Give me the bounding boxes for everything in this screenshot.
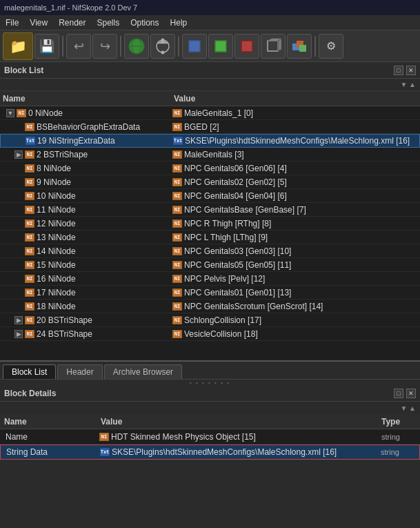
row-value: NI NPC Genitals02 [Gen02] [5] bbox=[171, 177, 420, 187]
cube-outline-button[interactable] bbox=[261, 34, 286, 59]
row-label: 13 NiNode bbox=[37, 233, 76, 242]
table-row[interactable]: NI 16 NiNode NI NPC Pelvis [Pelv] [12] bbox=[0, 272, 420, 286]
row-value-text: NPC L Thigh [LThg] [9] bbox=[184, 233, 268, 242]
table-row[interactable]: ▶ NI 20 BSTriShape NI SchlongCollision [… bbox=[0, 313, 420, 327]
svg-rect-7 bbox=[189, 41, 200, 52]
menu-file[interactable]: File bbox=[0, 17, 24, 29]
save-button[interactable]: 💾 bbox=[34, 34, 59, 59]
block-list-close-button[interactable]: ✕ bbox=[406, 66, 416, 75]
row-value-text: NPC GenitalsScrotum [GenScrot] [14] bbox=[184, 302, 323, 311]
menu-help[interactable]: Help bbox=[165, 17, 193, 29]
cube-green-button[interactable] bbox=[208, 34, 233, 59]
detail-row[interactable]: String Data Txt SKSE\Plugins\hdtSkinnedM… bbox=[0, 444, 420, 460]
value-type-icon: NI bbox=[172, 233, 182, 242]
expand-button[interactable]: ▼ bbox=[6, 109, 14, 117]
value-type-icon: NI bbox=[172, 289, 182, 297]
cube-blue-button[interactable] bbox=[182, 34, 207, 59]
sphere-button[interactable] bbox=[124, 34, 149, 59]
cube-multi-button[interactable] bbox=[287, 34, 312, 59]
type-icon: NI bbox=[25, 150, 34, 159]
block-table-header: Name Value bbox=[0, 91, 420, 106]
menu-options[interactable]: Options bbox=[125, 17, 164, 29]
tab-block-list[interactable]: Block List bbox=[3, 364, 56, 379]
table-row[interactable]: NI 17 NiNode NI NPC Genitals01 [Gen01] [… bbox=[0, 286, 420, 300]
title-bar: malegenitals_1.nif - NifSkope 2.0 Dev 7 bbox=[0, 0, 420, 15]
expand-button[interactable]: ▶ bbox=[14, 316, 23, 324]
menu-bar: File View Render Spells Options Help bbox=[0, 15, 420, 30]
row-value-text: SKSE\Plugins\hdtSkinnedMeshConfigs\MaleS… bbox=[185, 136, 410, 146]
svg-marker-12 bbox=[278, 39, 281, 51]
drag-dots-icon: • • • • • • • bbox=[190, 380, 230, 386]
row-value: NI MaleGenitals [3] bbox=[171, 150, 420, 159]
col-name-header: Name bbox=[0, 94, 171, 104]
expand-button[interactable]: ▶ bbox=[14, 330, 23, 338]
detail-table-header: Name Value Type bbox=[0, 414, 420, 429]
detail-row-name: String Data bbox=[1, 447, 97, 457]
table-row[interactable]: NI 9 NiNode NI NPC Genitals02 [Gen02] [5… bbox=[0, 175, 420, 189]
block-table[interactable]: Name Value ▼ NI 0 NiNode NI MaleGenitals… bbox=[0, 91, 420, 360]
row-name: NI 17 NiNode bbox=[0, 288, 171, 297]
row-value-text: NPC Genitals02 [Gen02] [5] bbox=[184, 177, 287, 187]
detail-value-text: SKSE\Plugins\hdtSkinnedMeshConfigs\MaleS… bbox=[112, 447, 337, 457]
block-details-restore-button[interactable]: □ bbox=[394, 389, 403, 398]
row-value: Txt SKSE\Plugins\hdtSkinnedMeshConfigs\M… bbox=[172, 136, 419, 146]
row-label: 19 NiStringExtraData bbox=[37, 136, 115, 146]
row-name: NI 9 NiNode bbox=[0, 177, 171, 187]
table-row[interactable]: ▶ NI 2 BSTriShape NI MaleGenitals [3] bbox=[0, 148, 420, 162]
table-row[interactable]: NI 10 NiNode NI NPC Genitals04 [Gen04] [… bbox=[0, 189, 420, 203]
table-row[interactable]: NI 13 NiNode NI NPC L Thigh [LThg] [9] bbox=[0, 231, 420, 244]
table-row[interactable]: ▶ NI 24 BSTriShape NI VesicleCollision [… bbox=[0, 327, 420, 341]
table-row[interactable]: Txt 19 NiStringExtraData Txt SKSE\Plugin… bbox=[0, 134, 420, 148]
collapse-arrow[interactable]: ▼ ▲ bbox=[400, 81, 416, 88]
row-value-text: MaleGenitals_1 [0] bbox=[184, 108, 253, 118]
block-list-collapse-bar: ▼ ▲ bbox=[0, 79, 420, 91]
tab-header[interactable]: Header bbox=[57, 364, 102, 379]
table-row[interactable]: NI 14 NiNode NI NPC Genitals03 [Gen03] [… bbox=[0, 244, 420, 258]
redo-button[interactable]: ↪ bbox=[92, 34, 117, 59]
row-name: ▶ NI 24 BSTriShape bbox=[0, 329, 171, 339]
value-type-icon: NI bbox=[172, 275, 182, 283]
row-name: NI 13 NiNode bbox=[0, 233, 171, 242]
svg-rect-10 bbox=[268, 41, 278, 51]
table-row[interactable]: NI BSBehaviorGraphExtraData NI BGED [2] bbox=[0, 120, 420, 134]
row-value: NI NPC Genitals04 [Gen04] [6] bbox=[171, 191, 420, 201]
dcol-type-header: Type bbox=[379, 417, 420, 427]
value-type-icon: NI bbox=[172, 109, 182, 117]
row-name: ▶ NI 20 BSTriShape bbox=[0, 315, 171, 325]
open-folder-button[interactable]: 📁 bbox=[3, 32, 33, 60]
row-value: NI BGED [2] bbox=[171, 122, 420, 132]
table-row[interactable]: NI 15 NiNode NI NPC Genitals05 [Gen05] [… bbox=[0, 258, 420, 272]
detail-value-type-icon: NI bbox=[99, 433, 109, 441]
table-row[interactable]: NI 12 NiNode NI NPC R Thigh [RThg] [8] bbox=[0, 217, 420, 231]
table-row[interactable]: NI 8 NiNode NI NPC Genitals06 [Gen06] [4… bbox=[0, 162, 420, 175]
row-value: NI NPC GenitalsBase [GenBase] [7] bbox=[171, 205, 420, 215]
row-label: 0 NiNode bbox=[28, 108, 63, 118]
row-label: BSBehaviorGraphExtraData bbox=[37, 122, 140, 132]
undo-button[interactable]: ↩ bbox=[66, 34, 91, 59]
type-icon: Txt bbox=[26, 137, 35, 145]
table-row[interactable]: NI 18 NiNode NI NPC GenitalsScrotum [Gen… bbox=[0, 300, 420, 313]
drag-handle[interactable]: • • • • • • • bbox=[0, 380, 420, 385]
table-row[interactable]: ▼ NI 0 NiNode NI MaleGenitals_1 [0] bbox=[0, 106, 420, 120]
block-list-restore-button[interactable]: □ bbox=[394, 66, 403, 75]
detail-row[interactable]: Name NI HDT Skinned Mesh Physics Object … bbox=[0, 429, 420, 444]
block-details-controls: □ ✕ bbox=[394, 389, 416, 398]
tab-archive-browser[interactable]: Archive Browser bbox=[104, 364, 182, 379]
row-value-text: NPC Genitals03 [Gen03] [10] bbox=[184, 246, 291, 256]
row-name: NI 11 NiNode bbox=[0, 205, 171, 215]
block-details-close-button[interactable]: ✕ bbox=[406, 389, 416, 398]
expand-button[interactable]: ▶ bbox=[14, 150, 23, 159]
row-name: Txt 19 NiStringExtraData bbox=[1, 136, 172, 146]
block-details-collapse-bar: ▼ ▲ bbox=[0, 402, 420, 414]
cube-red-button[interactable] bbox=[234, 34, 259, 59]
transform-button[interactable] bbox=[150, 34, 175, 59]
menu-spells[interactable]: Spells bbox=[92, 17, 126, 29]
table-row[interactable]: NI 11 NiNode NI NPC GenitalsBase [GenBas… bbox=[0, 203, 420, 217]
menu-render[interactable]: Render bbox=[53, 17, 91, 29]
value-type-icon: NI bbox=[172, 206, 182, 214]
details-collapse-arrow[interactable]: ▼ ▲ bbox=[400, 404, 416, 412]
row-label: 8 NiNode bbox=[37, 164, 71, 173]
menu-view[interactable]: View bbox=[24, 17, 53, 29]
row-value-text: NPC Genitals04 [Gen04] [6] bbox=[184, 191, 287, 201]
settings-button[interactable]: ⚙ bbox=[319, 34, 343, 59]
